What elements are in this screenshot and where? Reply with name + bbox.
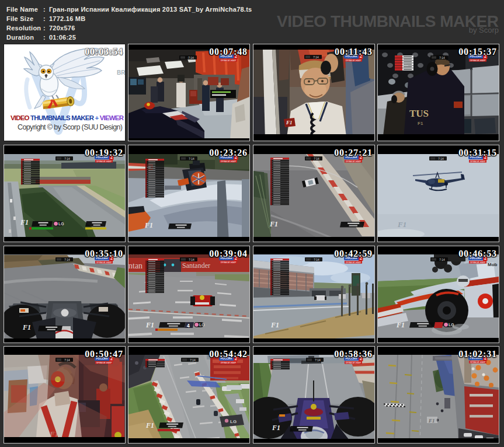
svg-text:7:14: 7:14 bbox=[314, 259, 319, 261]
svg-text:ПРЯМОЙ ЭФИР: ПРЯМОЙ ЭФИР bbox=[470, 361, 486, 364]
svg-text:7:14: 7:14 bbox=[190, 359, 196, 362]
svg-text:ПРЯМОЙ ЭФИР: ПРЯМОЙ ЭФИР bbox=[96, 261, 112, 264]
svg-text:7:14: 7:14 bbox=[189, 259, 194, 261]
svg-text:F1: F1 bbox=[418, 121, 423, 126]
svg-text:ПРЯМОЙ ЭФИР: ПРЯМОЙ ЭФИР bbox=[346, 60, 362, 62]
svg-text:LG: LG bbox=[58, 222, 64, 226]
svg-text:ПРЯМОЙ ЭФИР: ПРЯМОЙ ЭФИР bbox=[346, 261, 362, 264]
svg-text:Santander: Santander bbox=[182, 261, 210, 270]
svg-text:F1: F1 bbox=[397, 220, 406, 229]
svg-text:7:14: 7:14 bbox=[64, 158, 70, 160]
svg-text:ПРЯМОЙ ЭФИР: ПРЯМОЙ ЭФИР bbox=[470, 160, 486, 163]
svg-text:7:14: 7:14 bbox=[438, 158, 444, 160]
svg-text:7:14: 7:14 bbox=[439, 57, 445, 60]
svg-text:F1: F1 bbox=[145, 421, 154, 429]
svg-text:F1: F1 bbox=[428, 418, 435, 424]
svg-text:ntan: ntan bbox=[128, 261, 142, 270]
svg-text:F1: F1 bbox=[396, 321, 405, 329]
svg-text:LG: LG bbox=[449, 323, 454, 327]
svg-text:7:14: 7:14 bbox=[439, 259, 445, 261]
svg-text:ПРЯМОЙ ЭФИР: ПРЯМОЙ ЭФИР bbox=[346, 160, 362, 163]
svg-text:F1: F1 bbox=[286, 120, 293, 125]
svg-text:ПРЯМОЙ ЭФИР: ПРЯМОЙ ЭФИР bbox=[96, 160, 112, 163]
svg-text:ПРЯМОЙ ЭФИР: ПРЯМОЙ ЭФИР bbox=[470, 261, 486, 264]
svg-text:F1: F1 bbox=[269, 220, 278, 228]
svg-text:7:14: 7:14 bbox=[188, 57, 194, 60]
svg-text:4: 4 bbox=[187, 323, 190, 329]
svg-text:LG: LG bbox=[199, 323, 204, 327]
svg-text:Mob: Mob bbox=[488, 262, 498, 267]
svg-text:BR: BR bbox=[117, 69, 125, 76]
svg-text:ПРЯМОЙ ЭФИР: ПРЯМОЙ ЭФИР bbox=[221, 261, 237, 264]
svg-text:LG: LG bbox=[230, 419, 237, 424]
svg-text:F1: F1 bbox=[22, 323, 31, 331]
svg-text:F1: F1 bbox=[272, 424, 280, 432]
svg-text:7:14: 7:14 bbox=[313, 56, 319, 59]
svg-text:F1: F1 bbox=[20, 218, 29, 226]
svg-text:F1: F1 bbox=[270, 321, 279, 329]
svg-text:F1: F1 bbox=[145, 321, 154, 329]
svg-text:ПРЯМОЙ ЭФИР: ПРЯМОЙ ЭФИР bbox=[221, 160, 237, 163]
svg-text:7:14: 7:14 bbox=[189, 158, 194, 160]
svg-text:7:14: 7:14 bbox=[314, 158, 319, 160]
svg-text:F1: F1 bbox=[144, 221, 153, 229]
svg-text:ПРЯМОЙ ЭФИР: ПРЯМОЙ ЭФИР bbox=[346, 362, 362, 364]
svg-text:ПРЯМОЙ ЭФИР: ПРЯМОЙ ЭФИР bbox=[470, 60, 486, 62]
svg-text:VIDEO THUMBNAILS MAKER + VIEWE: VIDEO THUMBNAILS MAKER + VIEWER bbox=[11, 114, 124, 121]
svg-text:ПРЯМОЙ ЭФИР: ПРЯМОЙ ЭФИР bbox=[221, 362, 237, 364]
svg-text:7:14: 7:14 bbox=[64, 359, 70, 362]
svg-text:ПРЯМОЙ ЭФИР: ПРЯМОЙ ЭФИР bbox=[221, 60, 237, 62]
svg-text:7:14: 7:14 bbox=[64, 259, 70, 261]
svg-text:ПРЯМОЙ ЭФИР: ПРЯМОЙ ЭФИР bbox=[96, 362, 112, 364]
svg-text:7:14: 7:14 bbox=[315, 359, 321, 362]
svg-text:Copyright © by Scorp (SUU Desi: Copyright © by Scorp (SUU Design) bbox=[18, 123, 123, 131]
svg-text:TUS: TUS bbox=[409, 108, 429, 119]
